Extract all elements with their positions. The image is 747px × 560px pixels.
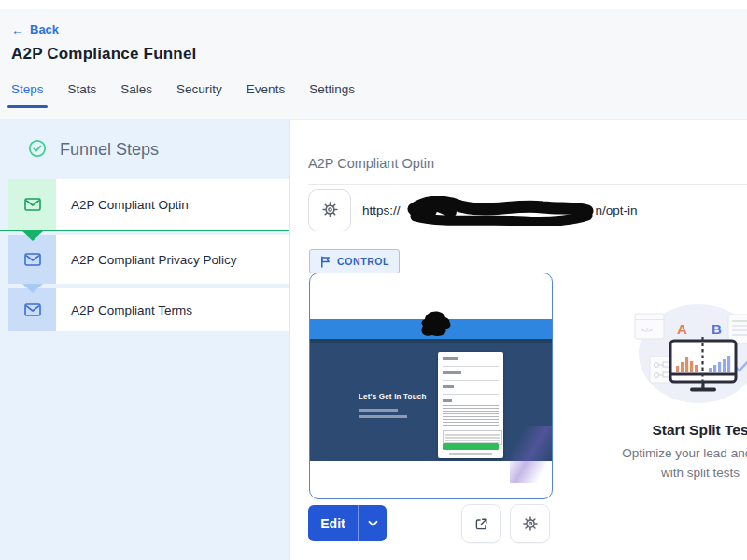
url-settings-button[interactable] <box>308 189 351 231</box>
funnel-step-optin[interactable]: A2P Compliant Optin <box>8 179 289 230</box>
redaction-scribble <box>402 196 594 226</box>
preview-form-label <box>443 371 461 374</box>
edit-split-button: Edit <box>308 505 387 541</box>
tab-bar: Steps Stats Sales Security Events Settin… <box>11 80 355 98</box>
funnel-step-privacy-policy[interactable]: A2P Compliant Privacy Policy <box>8 235 289 284</box>
section-divider <box>308 184 747 185</box>
tab-settings[interactable]: Settings <box>309 80 355 98</box>
document-card-icon <box>728 315 747 343</box>
step-section-title: A2P Compliant Optin <box>308 156 434 171</box>
tab-stats[interactable]: Stats <box>68 80 97 98</box>
envelope-icon <box>8 179 56 230</box>
envelope-icon <box>8 288 56 331</box>
funnel-arrow-down-icon <box>22 284 43 293</box>
svg-text:</>: </> <box>641 326 653 334</box>
split-test-title: Start Split Tes <box>598 422 747 439</box>
tab-sales[interactable]: Sales <box>120 80 152 98</box>
tab-events[interactable]: Events <box>247 80 285 98</box>
funnel-steps-sidebar: Funnel Steps A2P Compliant Optin A2P Com… <box>0 120 290 560</box>
funnel-arrow-down-icon <box>22 231 43 241</box>
step-label: A2P Compliant Terms <box>56 303 192 317</box>
back-arrow-icon: ← <box>11 23 24 36</box>
external-link-icon <box>473 516 489 532</box>
open-page-button[interactable] <box>461 504 501 543</box>
preview-subtext-line <box>359 409 398 412</box>
split-test-illustration: </> <box>598 292 747 415</box>
funnel-steps-header: Funnel Steps <box>0 120 289 179</box>
preview-form-input-line <box>443 366 499 367</box>
check-circle-icon <box>28 139 47 161</box>
funnel-editor-window: ← Back A2P Compliance Funnel Steps Stats… <box>0 0 747 560</box>
preview-terms-paragraph <box>443 405 499 427</box>
split-test-description-line: with split tests <box>598 466 747 480</box>
window-top-strip <box>0 0 747 9</box>
preview-purple-accent <box>510 426 552 483</box>
funnel-header: ← Back A2P Compliance Funnel Steps Stats… <box>0 9 747 120</box>
edit-dropdown-button[interactable] <box>358 505 387 541</box>
page-title: A2P Compliance Funnel <box>11 45 196 63</box>
flag-icon <box>319 255 331 268</box>
step-detail-panel: A2P Compliant Optin https:// n/opt-in CO… <box>290 120 747 560</box>
back-link[interactable]: ← Back <box>11 22 59 36</box>
url-suffix: n/opt-in <box>596 203 638 217</box>
preview-form-card <box>438 352 503 458</box>
envelope-icon <box>8 235 56 284</box>
control-badge-label: CONTROL <box>337 256 389 267</box>
step-settings-button[interactable] <box>510 504 550 543</box>
gear-icon <box>522 515 539 532</box>
code-card-icon: </> <box>635 314 664 339</box>
back-label: Back <box>30 22 59 36</box>
preview-footer-line <box>449 453 492 455</box>
preview-form-label <box>443 399 452 402</box>
preview-form-input-line <box>443 394 499 395</box>
step-url: https:// n/opt-in <box>362 189 638 231</box>
gear-icon <box>321 201 339 221</box>
page-preview-thumbnail[interactable]: Let's Get In Touch <box>309 273 553 499</box>
active-step-underline <box>0 230 289 231</box>
chevron-down-icon <box>368 520 378 527</box>
variant-b-label: B <box>712 321 722 337</box>
redacted-logo-scribble <box>416 307 451 345</box>
preview-hero-section <box>310 339 552 461</box>
edit-button[interactable]: Edit <box>308 505 358 541</box>
preview-form-label <box>443 385 454 388</box>
tab-security[interactable]: Security <box>176 80 222 98</box>
funnel-step-terms[interactable]: A2P Compliant Terms <box>8 288 289 331</box>
preview-subtext-line <box>359 415 407 418</box>
tab-steps[interactable]: Steps <box>11 80 44 98</box>
preview-submit-button <box>443 443 499 450</box>
variant-a-label: A <box>677 321 687 337</box>
step-label: A2P Compliant Optin <box>56 198 189 212</box>
split-test-description-line: Optimize your lead and sale <box>598 446 747 460</box>
preview-form-label <box>443 357 458 360</box>
url-prefix: https:// <box>362 203 401 217</box>
preview-form-input-line <box>443 380 499 381</box>
step-label: A2P Compliant Privacy Policy <box>56 253 237 267</box>
preview-headline: Let's Get In Touch <box>359 392 426 400</box>
funnel-steps-title: Funnel Steps <box>60 140 159 160</box>
control-variant-badge: CONTROL <box>309 249 400 273</box>
